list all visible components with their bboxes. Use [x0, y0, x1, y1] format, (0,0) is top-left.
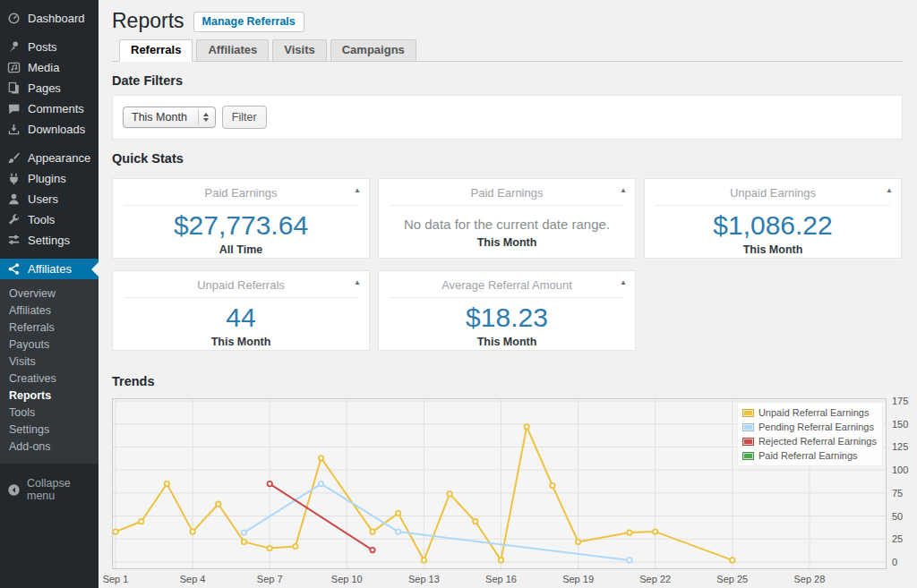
menu-separator	[0, 140, 99, 148]
tab-affiliates[interactable]: Affiliates	[196, 39, 269, 61]
sidebar-item-label: Plugins	[28, 172, 66, 185]
admin-sidebar: DashboardPostsMediaPagesCommentsDownload…	[0, 0, 99, 588]
sidebar-item-comments[interactable]: Comments	[0, 98, 99, 119]
x-tick-label: Sep 22	[639, 574, 671, 584]
pin-icon	[7, 40, 21, 54]
select-stepper-icon	[198, 110, 211, 124]
x-tick-label: Sep 4	[180, 574, 206, 584]
tab-campaigns[interactable]: Campaigns	[330, 39, 416, 61]
sidebar-item-label: Dashboard	[28, 12, 85, 25]
stat-no-data-message: No data for the current date range.	[379, 210, 635, 234]
y-tick-label: 125	[892, 441, 908, 452]
sidebar-item-plugins[interactable]: Plugins	[0, 168, 99, 189]
sidebar-item-settings[interactable]: Settings	[0, 230, 99, 251]
tab-referrals[interactable]: Referrals	[119, 39, 193, 62]
report-tabs: ReferralsAffiliatesVisitsCampaigns	[112, 39, 903, 62]
date-range-select[interactable]: This Month	[123, 107, 216, 128]
legend-swatch	[742, 452, 754, 460]
trends-heading: Trends	[112, 374, 903, 388]
stat-card: Unpaid Earnings▲$1,086.22This Month	[644, 178, 902, 259]
quick-stats-cards: Paid Earnings▲$27,773.64All TimePaid Ear…	[112, 178, 903, 351]
legend-label: Paid Referral Earnings	[758, 450, 858, 461]
tab-visits[interactable]: Visits	[272, 39, 326, 61]
collapse-caret-icon[interactable]: ▲	[886, 186, 893, 194]
stat-card-body: $1,086.22This Month	[645, 206, 901, 256]
collapse-caret-icon[interactable]: ▲	[354, 186, 361, 194]
downloads-icon	[7, 123, 21, 136]
stat-period: This Month	[379, 336, 635, 348]
submenu-item-reports[interactable]: Reports	[0, 388, 99, 405]
stat-card-body: No data for the current date range.This …	[379, 206, 635, 249]
sidebar-item-label: Appearance	[28, 151, 90, 165]
y-tick-label: 75	[892, 488, 903, 499]
sidebar-item-posts[interactable]: Posts	[0, 37, 99, 57]
stat-period: All Time	[113, 243, 369, 256]
date-range-selected-value: This Month	[132, 111, 198, 124]
admin-menu: DashboardPostsMediaPagesCommentsDownload…	[0, 0, 99, 464]
collapse-arrow-icon	[7, 483, 21, 497]
pages-icon	[7, 81, 21, 95]
page-header: Reports Manage Referrals	[112, 8, 903, 33]
date-filters-heading: Date Filters	[112, 73, 903, 88]
legend-item: Unpaid Referral Earnings	[742, 405, 877, 420]
sidebar-item-label: Users	[28, 192, 58, 206]
submenu-item-settings[interactable]: Settings	[0, 422, 99, 439]
sidebar-item-downloads[interactable]: Downloads	[0, 119, 99, 140]
stat-period: This Month	[645, 243, 901, 256]
sidebar-item-dashboard[interactable]: Dashboard	[0, 8, 99, 29]
plugins-icon	[7, 172, 21, 185]
sidebar-item-media[interactable]: Media	[0, 57, 99, 78]
collapse-menu-button[interactable]: Collapse menu	[0, 473, 99, 506]
submenu-item-referrals[interactable]: Referrals	[0, 320, 99, 337]
submenu-item-affiliates[interactable]: Affiliates	[0, 303, 99, 320]
x-tick-label: Sep 25	[716, 574, 748, 584]
legend-item: Paid Referral Earnings	[742, 448, 877, 463]
stat-card-title: Unpaid Referrals▲	[113, 271, 369, 297]
stat-value: $27,773.64	[113, 210, 369, 241]
x-tick-label: Sep 16	[485, 574, 517, 584]
y-tick-label: 175	[892, 396, 908, 406]
collapse-caret-icon[interactable]: ▲	[620, 278, 627, 286]
x-tick-label: Sep 28	[793, 574, 825, 584]
appearance-icon	[7, 151, 21, 165]
affiliates-submenu: OverviewAffiliatesReferralsPayoutsVisits…	[0, 279, 99, 464]
submenu-item-overview[interactable]: Overview	[0, 285, 99, 303]
stat-value: $18.23	[379, 303, 635, 333]
sidebar-item-affiliates[interactable]: Affiliates	[0, 259, 99, 279]
submenu-item-visits[interactable]: Visits	[0, 354, 99, 371]
sidebar-item-pages[interactable]: Pages	[0, 78, 99, 98]
stat-card-title: Paid Earnings▲	[113, 179, 369, 205]
tools-icon	[7, 213, 21, 226]
page-title: Reports	[112, 8, 184, 33]
manage-referrals-button[interactable]: Manage Referrals	[193, 12, 304, 32]
collapse-caret-icon[interactable]: ▲	[620, 186, 627, 194]
x-tick-label: Sep 19	[562, 574, 594, 584]
submenu-item-tools[interactable]: Tools	[0, 405, 99, 422]
sidebar-item-tools[interactable]: Tools	[0, 209, 99, 230]
sidebar-item-label: Affiliates	[28, 262, 72, 276]
filter-button[interactable]: Filter	[222, 106, 267, 129]
trends-chart: 0255075100125150175 Sep 1Sep 4Sep 7Sep 1…	[112, 398, 903, 588]
content-area: Reports Manage Referrals ReferralsAffili…	[99, 0, 917, 588]
menu-separator	[0, 251, 99, 259]
collapse-caret-icon[interactable]: ▲	[354, 278, 361, 286]
sidebar-item-label: Posts	[28, 40, 57, 54]
sidebar-item-label: Tools	[28, 213, 55, 226]
submenu-item-payouts[interactable]: Payouts	[0, 337, 99, 354]
y-tick-label: 0	[892, 557, 897, 567]
submenu-item-creatives[interactable]: Creatives	[0, 371, 99, 388]
legend-label: Rejected Referral Earnings	[758, 436, 877, 447]
sidebar-item-label: Media	[28, 61, 59, 74]
x-tick-label: Sep 10	[331, 574, 363, 584]
legend-item: Rejected Referral Earnings	[742, 434, 877, 448]
stat-card-title: Paid Earnings▲	[379, 179, 635, 205]
x-tick-label: Sep 13	[408, 574, 440, 584]
submenu-item-add-ons[interactable]: Add-ons	[0, 439, 99, 456]
sidebar-item-appearance[interactable]: Appearance	[0, 148, 99, 168]
sidebar-item-label: Pages	[28, 81, 61, 95]
stat-card: Average Referral Amount▲$18.23This Month	[378, 270, 636, 351]
date-filter-panel: This Month Filter	[112, 95, 903, 140]
sidebar-item-users[interactable]: Users	[0, 189, 99, 209]
stat-value: 44	[113, 303, 369, 333]
legend-swatch	[742, 409, 754, 417]
